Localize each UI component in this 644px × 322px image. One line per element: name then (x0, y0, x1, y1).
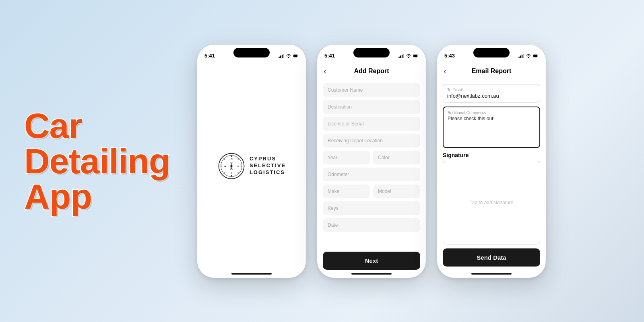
svg-text:N: N (231, 157, 232, 160)
destination-field[interactable]: Destination (323, 100, 420, 114)
svg-line-20 (238, 158, 239, 160)
wifi-icon (286, 54, 291, 58)
comments-legend: Additional Comments (448, 111, 535, 115)
splash-content: N E S W (197, 62, 306, 270)
email-report-form: To Email info@nextlabz.com.au Additional… (437, 80, 546, 248)
svg-text:S: S (231, 172, 232, 174)
svg-rect-2 (282, 54, 283, 57)
color-field[interactable]: Color (373, 151, 420, 164)
status-bar-1: 5:41 (197, 45, 306, 62)
battery-icon-2 (413, 54, 419, 58)
svg-rect-28 (413, 55, 417, 56)
logo-text: CYPRUS SELECTIVE LOGISTICS (250, 156, 286, 176)
title-line-1: Car (24, 108, 177, 144)
keys-label: Keys (328, 205, 339, 211)
wifi-icon-2 (406, 54, 411, 58)
make-field[interactable]: Make (323, 185, 370, 198)
battery-icon (293, 54, 299, 58)
status-time-1: 5:41 (204, 53, 215, 59)
logo-line-3: LOGISTICS (250, 169, 286, 176)
svg-point-18 (230, 165, 232, 167)
signature-box[interactable]: Tap to add signature (443, 161, 540, 244)
svg-rect-34 (533, 55, 537, 56)
status-time-3: 5:43 (444, 53, 455, 59)
svg-rect-25 (402, 54, 403, 57)
svg-text:W: W (224, 164, 226, 167)
home-bar-2 (351, 273, 392, 275)
customer-name-label: Customer Name (328, 87, 363, 93)
nav-header-3: ‹ Email Report (437, 62, 546, 80)
signal-icon-3 (518, 54, 524, 58)
odometer-label: Odometer (328, 172, 349, 177)
title-line-2: Detailing (24, 144, 177, 179)
make-model-row: Make Model (323, 185, 420, 198)
dynamic-island-2 (353, 48, 390, 57)
year-label: Year (328, 155, 337, 160)
logo-line-1: CYPRUS (250, 156, 286, 162)
signal-icon-2 (398, 54, 404, 58)
phone-email-report: 5:43 (437, 45, 546, 278)
svg-rect-0 (279, 56, 280, 57)
svg-text:E: E (237, 164, 239, 167)
home-bar-3 (471, 273, 512, 275)
status-time-2: 5:41 (324, 53, 335, 59)
svg-rect-29 (518, 56, 520, 57)
back-button-3[interactable]: ‹ (444, 66, 446, 76)
color-label: Color (378, 155, 390, 160)
battery-icon-3 (533, 54, 539, 58)
home-indicator-2 (317, 270, 426, 278)
year-color-row: Year Color (323, 151, 420, 164)
svg-rect-23 (398, 56, 400, 57)
svg-rect-24 (400, 55, 401, 58)
nav-title-2: Add Report (354, 68, 389, 75)
phone-add-report: 5:41 (317, 45, 426, 278)
next-button[interactable]: Next (323, 252, 420, 270)
status-icons-2 (398, 54, 419, 58)
signature-label: Signature (443, 152, 540, 158)
additional-comments-field[interactable]: Additional Comments Please check this ou… (443, 107, 540, 148)
wifi-icon-3 (526, 54, 531, 58)
dynamic-island-1 (233, 48, 270, 57)
svg-rect-26 (403, 54, 404, 58)
to-email-field[interactable]: To Email info@nextlabz.com.au (443, 84, 540, 103)
app-title-area: Car Detailing App (24, 108, 177, 214)
status-bar-2: 5:41 (317, 45, 426, 62)
date-field[interactable]: Date (323, 218, 420, 232)
date-label: Date (328, 222, 338, 228)
send-data-button[interactable]: Send Data (443, 248, 540, 267)
logo-area: N E S W (217, 152, 286, 180)
compass-logo: N E S W (217, 152, 246, 180)
app-title: Car Detailing App (24, 108, 177, 214)
svg-line-21 (224, 172, 225, 174)
svg-rect-31 (522, 54, 523, 57)
customer-name-field[interactable]: Customer Name (323, 83, 420, 97)
svg-rect-30 (520, 55, 521, 58)
home-bar-1 (231, 273, 272, 275)
svg-rect-3 (283, 54, 284, 58)
license-serial-label: License or Serial (328, 121, 363, 127)
signature-section: Signature Tap to add signature (443, 152, 540, 244)
year-field[interactable]: Year (323, 151, 370, 164)
nav-title-3: Email Report (472, 68, 512, 75)
receiving-depot-field[interactable]: Receiving Depot Location (323, 134, 420, 148)
home-indicator-3 (437, 270, 546, 278)
model-field[interactable]: Model (373, 185, 420, 198)
dynamic-island-3 (473, 48, 510, 57)
phones-container: 5:41 (197, 45, 546, 278)
model-label: Model (378, 189, 391, 194)
signature-placeholder: Tap to add signature (470, 200, 514, 205)
phone-splash: 5:41 (197, 45, 306, 278)
to-email-value: info@nextlabz.com.au (447, 93, 536, 99)
destination-label: Destination (328, 104, 352, 110)
signal-icon (279, 54, 284, 58)
splash-screen: N E S W (197, 62, 306, 270)
back-button-2[interactable]: ‹ (324, 66, 326, 76)
svg-rect-1 (280, 55, 281, 58)
svg-rect-5 (293, 55, 297, 56)
nav-header-2: ‹ Add Report (317, 62, 426, 80)
keys-field[interactable]: Keys (323, 201, 420, 215)
license-serial-field[interactable]: License or Serial (323, 117, 420, 131)
home-indicator-1 (197, 270, 306, 278)
odometer-field[interactable]: Odometer (323, 168, 420, 181)
status-icons-1 (279, 54, 299, 58)
